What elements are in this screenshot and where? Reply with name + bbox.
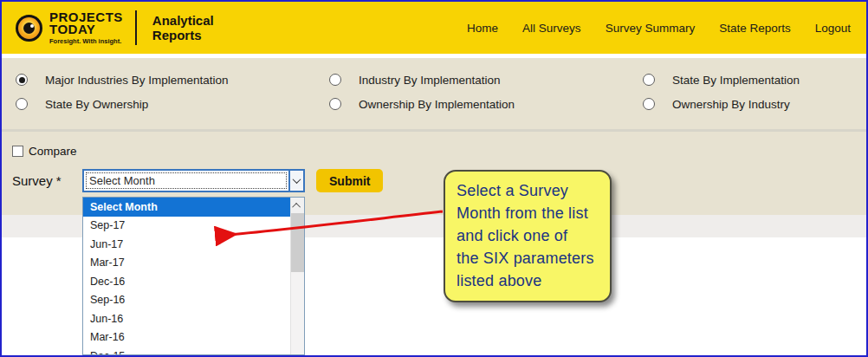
scrollbar-up-button[interactable] bbox=[291, 198, 304, 213]
dropdown-option-sep-17[interactable]: Sep-17 bbox=[83, 217, 290, 236]
callout-line: Select a Survey bbox=[457, 179, 603, 202]
compare-option[interactable]: Compare bbox=[12, 145, 866, 158]
compare-label: Compare bbox=[29, 145, 77, 158]
dropdown-option-mar-17[interactable]: Mar-17 bbox=[83, 254, 290, 273]
dropdown-option-dec-16[interactable]: Dec-16 bbox=[83, 272, 290, 291]
nav-survey-summary[interactable]: Survey Summary bbox=[606, 22, 696, 35]
option-label: State By Ownership bbox=[45, 98, 148, 111]
survey-label: Survey * bbox=[12, 173, 82, 188]
dropdown-option-dec-15[interactable]: Dec-15 bbox=[83, 347, 290, 355]
radio-icon[interactable] bbox=[643, 74, 655, 86]
instruction-callout: Select a Survey Month from the list and … bbox=[444, 170, 612, 302]
nav-home[interactable]: Home bbox=[467, 22, 498, 35]
app-title-line2: Reports bbox=[152, 28, 214, 42]
select-dropdown-button[interactable] bbox=[288, 171, 303, 191]
chevron-down-icon bbox=[293, 175, 301, 184]
callout-line: the SIX parameters bbox=[457, 247, 603, 269]
chevron-up-icon bbox=[292, 202, 301, 211]
option-label: Major Industries By Implementation bbox=[45, 74, 229, 87]
nav-state-reports[interactable]: State Reports bbox=[719, 22, 791, 35]
brand-tagline: Foresight. With insight. bbox=[49, 37, 123, 45]
option-state-by-ownership[interactable]: State By Ownership bbox=[16, 92, 329, 116]
scrollbar-thumb[interactable] bbox=[291, 213, 304, 272]
report-options-panel: Major Industries By Implementation Indus… bbox=[2, 58, 866, 129]
brand-logo[interactable]: PROJECTS TODAY Foresight. With insight. bbox=[16, 11, 123, 45]
main-nav: Home All Surveys Survey Summary State Re… bbox=[467, 2, 866, 54]
callout-line: and click one of bbox=[457, 224, 603, 247]
app-title: Analytical Reports bbox=[152, 13, 214, 42]
option-ownership-by-implementation[interactable]: Ownership By Implementation bbox=[329, 92, 643, 116]
page: PROJECTS TODAY Foresight. With insight. … bbox=[0, 0, 868, 357]
callout-line: Month from the list bbox=[457, 202, 603, 224]
app-title-line1: Analytical bbox=[152, 13, 214, 28]
brand-name-line2: TODAY bbox=[49, 23, 123, 36]
dropdown-option-sep-16[interactable]: Sep-16 bbox=[83, 291, 290, 310]
option-state-by-implementation[interactable]: State By Implementation bbox=[643, 68, 866, 92]
nav-logout[interactable]: Logout bbox=[815, 22, 851, 35]
dropdown-option-mar-16[interactable]: Mar-16 bbox=[83, 328, 290, 347]
option-label: Ownership By Industry bbox=[672, 98, 790, 111]
submit-button[interactable]: Submit bbox=[316, 169, 383, 192]
dropdown-option-jun-16[interactable]: Jun-16 bbox=[83, 309, 290, 328]
option-industry-by-implementation[interactable]: Industry By Implementation bbox=[329, 68, 643, 92]
option-ownership-by-industry[interactable]: Ownership By Industry bbox=[643, 92, 866, 116]
projects-today-eye-icon bbox=[16, 15, 42, 42]
header-divider bbox=[135, 10, 137, 45]
radio-icon[interactable] bbox=[16, 98, 28, 110]
option-major-industries-by-implementation[interactable]: Major Industries By Implementation bbox=[16, 68, 329, 92]
radio-icon[interactable] bbox=[329, 74, 341, 86]
option-label: Ownership By Implementation bbox=[359, 98, 515, 111]
option-label: Industry By Implementation bbox=[359, 74, 501, 87]
survey-month-select-value: Select Month bbox=[84, 171, 288, 191]
dropdown-options: Select Month Sep-17 Jun-17 Mar-17 Dec-16… bbox=[83, 198, 290, 354]
brand-text: PROJECTS TODAY Foresight. With insight. bbox=[49, 11, 123, 45]
dropdown-scrollbar[interactable] bbox=[290, 198, 304, 354]
survey-month-select[interactable]: Select Month bbox=[82, 169, 305, 192]
callout-line: listed above bbox=[457, 269, 603, 292]
option-label: State By Implementation bbox=[672, 74, 800, 87]
survey-row: Survey * Select Month Submit bbox=[12, 169, 866, 192]
header: PROJECTS TODAY Foresight. With insight. … bbox=[2, 2, 866, 54]
nav-all-surveys[interactable]: All Surveys bbox=[522, 22, 581, 35]
dropdown-option-select-month[interactable]: Select Month bbox=[83, 198, 290, 217]
dropdown-option-jun-17[interactable]: Jun-17 bbox=[83, 235, 290, 254]
radio-icon[interactable] bbox=[16, 74, 28, 86]
compare-checkbox[interactable] bbox=[12, 146, 23, 157]
radio-icon[interactable] bbox=[643, 98, 655, 110]
radio-icon[interactable] bbox=[329, 98, 341, 110]
survey-month-dropdown-list: Select Month Sep-17 Jun-17 Mar-17 Dec-16… bbox=[82, 197, 305, 355]
